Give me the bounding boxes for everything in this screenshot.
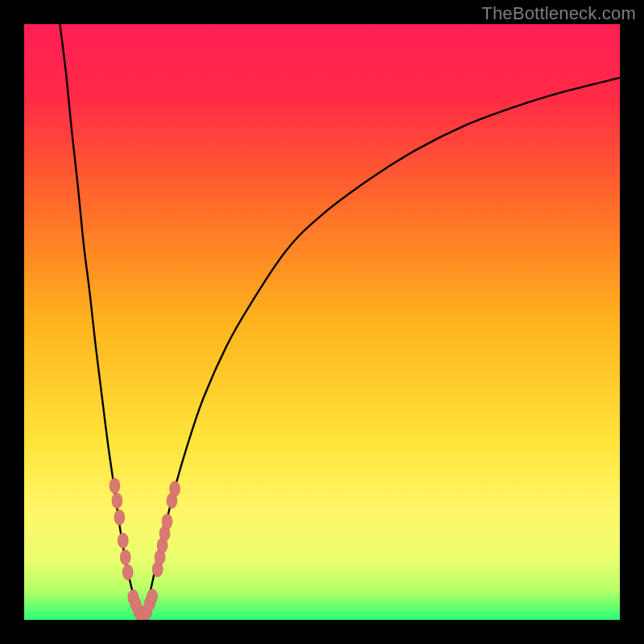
data-marker bbox=[147, 589, 158, 605]
gradient-background bbox=[24, 24, 620, 620]
data-marker bbox=[122, 564, 133, 580]
data-marker bbox=[114, 510, 125, 525]
data-marker bbox=[162, 514, 172, 529]
plot-area bbox=[24, 24, 620, 620]
data-marker bbox=[112, 493, 122, 509]
data-marker bbox=[120, 550, 130, 565]
data-marker bbox=[118, 533, 128, 548]
watermark-text: TheBottleneck.com bbox=[481, 3, 636, 24]
data-marker bbox=[109, 478, 120, 493]
chart-svg bbox=[24, 24, 620, 620]
data-marker bbox=[170, 481, 180, 497]
chart-frame: TheBottleneck.com bbox=[0, 0, 644, 644]
